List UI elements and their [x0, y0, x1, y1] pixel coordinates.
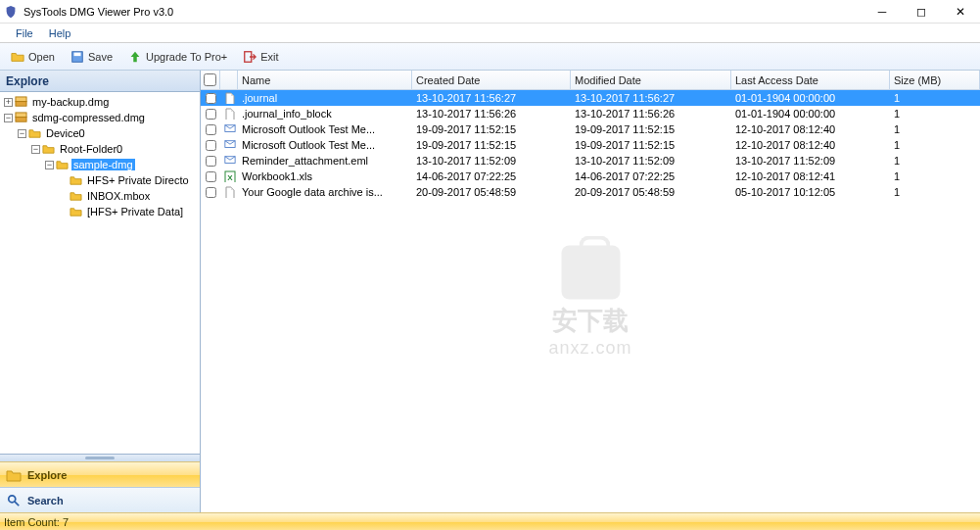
header-size[interactable]: Size (MB) — [890, 71, 980, 89]
table-row[interactable]: Reminder_attachment.eml13-10-2017 11:52:… — [201, 153, 980, 169]
save-icon — [70, 50, 84, 64]
cell-modified: 13-10-2017 11:56:26 — [571, 108, 731, 120]
cell-modified: 19-09-2017 11:52:15 — [571, 123, 731, 135]
expand-toggle[interactable]: + — [4, 98, 13, 107]
row-checkbox[interactable] — [201, 171, 220, 182]
folder-icon — [56, 159, 69, 170]
cell-size: 1 — [890, 108, 980, 120]
maximize-button[interactable]: ◻ — [902, 0, 941, 24]
cell-modified: 13-10-2017 11:56:27 — [571, 92, 731, 104]
cell-created: 19-09-2017 11:52:15 — [412, 139, 571, 151]
table-row[interactable]: Microsoft Outlook Test Me...19-09-2017 1… — [201, 121, 980, 137]
exit-button[interactable]: Exit — [236, 47, 285, 67]
row-checkbox[interactable] — [201, 109, 220, 120]
menu-help[interactable]: Help — [41, 25, 79, 41]
dmg-icon — [15, 112, 27, 123]
cell-size: 1 — [890, 155, 980, 167]
nav-search[interactable]: Search — [0, 487, 200, 512]
tree-node[interactable]: −sdmg-compressed.dmg — [0, 110, 200, 125]
cell-modified: 13-10-2017 11:52:09 — [571, 155, 731, 167]
cell-size: 1 — [890, 170, 980, 182]
cell-modified: 20-09-2017 05:48:59 — [571, 186, 731, 198]
open-button[interactable]: Open — [4, 47, 62, 67]
table-row[interactable]: .journal_info_block13-10-2017 11:56:2613… — [201, 106, 980, 121]
cell-modified: 14-06-2017 07:22:25 — [571, 170, 731, 182]
cell-created: 19-09-2017 11:52:15 — [412, 123, 571, 135]
header-icon-col — [220, 71, 238, 89]
sidebar-header: Explore — [0, 71, 200, 92]
upgrade-button[interactable]: Upgrade To Pro+ — [121, 47, 234, 67]
expand-toggle[interactable]: − — [18, 129, 26, 138]
header-created[interactable]: Created Date — [412, 71, 571, 89]
table-row[interactable]: XWorkbook1.xls14-06-2017 07:22:2514-06-2… — [201, 169, 980, 184]
folder-icon — [70, 174, 82, 186]
header-checkbox[interactable] — [201, 71, 220, 89]
cell-created: 14-06-2017 07:22:25 — [412, 170, 571, 182]
tree-node[interactable]: HFS+ Private Directo — [0, 172, 200, 188]
sidebar-splitter[interactable] — [0, 454, 200, 461]
title-bar: SysTools DMG Viewer Pro v3.0 ─ ◻ ✕ — [0, 0, 980, 24]
header-access[interactable]: Last Access Date — [731, 71, 890, 89]
svg-rect-5 — [16, 118, 26, 122]
minimize-button[interactable]: ─ — [863, 0, 902, 24]
row-checkbox[interactable] — [201, 93, 220, 104]
folder-icon — [6, 468, 22, 482]
tree-node[interactable]: −sample-dmg — [0, 157, 200, 172]
status-bar: Item Count: 7 — [0, 512, 980, 530]
row-checkbox[interactable] — [201, 187, 220, 198]
expand-toggle[interactable]: − — [45, 161, 54, 169]
cell-access: 12-10-2017 08:12:41 — [731, 170, 890, 182]
file-list: Name Created Date Modified Date Last Acc… — [201, 71, 980, 512]
expand-toggle[interactable]: − — [4, 114, 13, 122]
file-type-icon — [220, 92, 238, 104]
nav-explore[interactable]: Explore — [0, 461, 200, 487]
tree-view[interactable]: +my-backup.dmg−sdmg-compressed.dmg−Devic… — [0, 92, 200, 454]
file-type-icon — [220, 139, 238, 151]
table-row[interactable]: .journal13-10-2017 11:56:2713-10-2017 11… — [201, 90, 980, 106]
row-checkbox[interactable] — [201, 140, 220, 151]
upgrade-label: Upgrade To Pro+ — [146, 51, 227, 63]
close-button[interactable]: ✕ — [941, 0, 980, 24]
tree-node[interactable]: INBOX.mbox — [0, 188, 200, 204]
toolbar: Open Save Upgrade To Pro+ Exit — [0, 43, 980, 71]
tree-node[interactable]: [HFS+ Private Data] — [0, 204, 200, 219]
svg-line-8 — [15, 501, 19, 505]
window-title: SysTools DMG Viewer Pro v3.0 — [23, 6, 863, 18]
list-body[interactable]: 安下载 anxz.com .journal13-10-2017 11:56:27… — [201, 90, 980, 512]
item-count: Item Count: 7 — [4, 516, 69, 528]
upgrade-arrow-icon — [128, 50, 142, 64]
cell-name: .journal_info_block — [238, 108, 412, 120]
save-button[interactable]: Save — [64, 47, 119, 67]
search-icon — [6, 494, 22, 507]
table-row[interactable]: Microsoft Outlook Test Me...19-09-2017 1… — [201, 137, 980, 153]
header-name[interactable]: Name — [238, 71, 412, 89]
tree-node-label: INBOX.mbox — [85, 190, 152, 202]
dmg-icon — [15, 96, 27, 108]
table-row[interactable]: Your Google data archive is...20-09-2017… — [201, 184, 980, 200]
cell-size: 1 — [890, 123, 980, 135]
exit-label: Exit — [260, 51, 278, 63]
tree-node[interactable]: −Device0 — [0, 125, 200, 141]
exit-icon — [243, 50, 257, 64]
expand-toggle[interactable]: − — [31, 145, 40, 154]
svg-point-7 — [9, 495, 16, 502]
app-icon — [4, 5, 18, 19]
folder-icon — [70, 206, 82, 217]
row-checkbox[interactable] — [201, 156, 220, 167]
svg-rect-6 — [16, 113, 26, 118]
row-checkbox[interactable] — [201, 124, 220, 135]
tree-node-label: Device0 — [44, 127, 87, 139]
svg-rect-3 — [16, 102, 26, 107]
cell-access: 12-10-2017 08:12:40 — [731, 139, 890, 151]
header-modified[interactable]: Modified Date — [571, 71, 731, 89]
menu-file[interactable]: File — [8, 25, 41, 41]
tree-node[interactable]: +my-backup.dmg — [0, 94, 200, 110]
tree-node[interactable]: −Root-Folder0 — [0, 141, 200, 157]
tree-node-label: sdmg-compressed.dmg — [30, 112, 147, 123]
cell-modified: 19-09-2017 11:52:15 — [571, 139, 731, 151]
tree-node-label: Root-Folder0 — [58, 143, 124, 155]
cell-access: 05-10-2017 10:12:05 — [731, 186, 890, 198]
svg-text:X: X — [227, 173, 233, 182]
folder-icon — [42, 143, 55, 155]
svg-rect-4 — [16, 97, 26, 102]
